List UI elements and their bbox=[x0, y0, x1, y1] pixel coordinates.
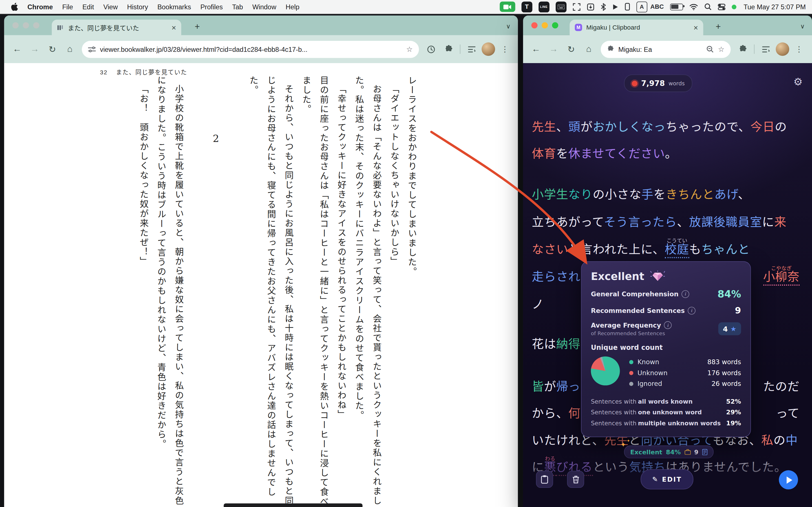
forward-button[interactable]: → bbox=[27, 41, 43, 57]
average-frequency-row: Average Frequency i of Recommended Sente… bbox=[591, 321, 741, 336]
site-settings-icon[interactable] bbox=[88, 46, 96, 53]
input-source-icon[interactable]: A bbox=[637, 1, 647, 12]
info-icon[interactable]: i bbox=[688, 306, 696, 314]
stat-strong: all words known bbox=[638, 398, 693, 405]
clock-extension-icon[interactable] bbox=[423, 41, 439, 57]
extensions-puzzle-icon[interactable] bbox=[735, 41, 750, 57]
menu-item-tab[interactable]: Tab bbox=[227, 3, 248, 11]
general-comprehension-label: General Comprehension bbox=[591, 290, 679, 298]
menu-app-name[interactable]: Chrome bbox=[23, 3, 57, 11]
now-playing-icon[interactable] bbox=[612, 3, 618, 10]
display-icon[interactable] bbox=[624, 3, 630, 11]
screen-record-icon[interactable] bbox=[500, 2, 515, 12]
extensions-puzzle-icon[interactable] bbox=[441, 41, 456, 57]
tab-list-chevron-icon[interactable]: ∨ bbox=[800, 23, 805, 30]
clipboard-text-line[interactable]: なさいと言われた上に、校庭こうていもちゃんと bbox=[532, 239, 800, 257]
legend-label: Known bbox=[638, 358, 659, 366]
dropbox-icon[interactable] bbox=[587, 3, 595, 11]
reload-button[interactable]: ↻ bbox=[45, 41, 60, 57]
menu-bar-status-icons: T LINE A ABC bbox=[500, 1, 806, 12]
tab-migaku[interactable]: M Migaku | Clipboard × bbox=[569, 20, 703, 35]
browser-menu-icon[interactable]: ⋮ bbox=[792, 41, 807, 57]
desktop: Chrome File Edit View History Bookmarks … bbox=[0, 0, 812, 507]
stat-value: 52% bbox=[726, 398, 741, 405]
back-button[interactable]: ← bbox=[9, 41, 25, 57]
close-tab-icon[interactable]: × bbox=[694, 24, 698, 32]
minimize-window-button[interactable] bbox=[23, 22, 29, 29]
tab-list-chevron-icon[interactable]: ∨ bbox=[506, 23, 511, 30]
back-button[interactable]: ← bbox=[528, 41, 544, 57]
extension-page-icon bbox=[607, 46, 614, 53]
recording-indicator-dot bbox=[732, 4, 737, 9]
bookmark-star-icon[interactable]: ☆ bbox=[718, 45, 725, 53]
bluetooth-icon[interactable] bbox=[601, 3, 606, 11]
address-bar[interactable]: Migaku: Ea ☆ bbox=[601, 41, 731, 58]
viewer-favicon bbox=[57, 24, 64, 31]
maximize-window-button[interactable] bbox=[33, 22, 40, 29]
edit-button[interactable]: ✎ EDIT bbox=[641, 469, 693, 490]
menu-item-history[interactable]: History bbox=[122, 3, 153, 11]
url-text: Migaku: Ea bbox=[618, 45, 702, 53]
reading-list-icon[interactable] bbox=[758, 41, 774, 57]
home-button[interactable]: ⌂ bbox=[62, 41, 78, 57]
browser-menu-icon[interactable]: ⋮ bbox=[497, 41, 513, 57]
play-button[interactable] bbox=[779, 470, 798, 490]
delete-button[interactable] bbox=[567, 471, 584, 488]
close-window-button[interactable] bbox=[531, 22, 538, 29]
minimize-window-button[interactable] bbox=[542, 22, 548, 29]
menu-item-bookmarks[interactable]: Bookmarks bbox=[153, 3, 196, 11]
recommended-sentences-row: Recommended Sentences i 9 bbox=[591, 305, 741, 316]
reading-list-icon[interactable] bbox=[464, 41, 479, 57]
profile-avatar[interactable] bbox=[481, 43, 495, 56]
average-frequency-sub: of Recommended Sentences bbox=[591, 331, 672, 336]
spotlight-search-icon[interactable] bbox=[704, 3, 712, 10]
reload-button[interactable]: ↻ bbox=[563, 41, 579, 57]
address-bar[interactable]: viewer.bookwalker.jp/03/28/viewer.html?c… bbox=[82, 41, 419, 58]
bookmark-star-icon[interactable]: ☆ bbox=[406, 45, 413, 53]
keyboard-app-icon[interactable] bbox=[555, 1, 566, 12]
clipboard-text-line[interactable]: 先生、頭がおかしくなっちゃったので、今日の bbox=[532, 117, 800, 134]
menu-item-view[interactable]: View bbox=[99, 3, 122, 11]
line-app-icon[interactable]: LINE bbox=[539, 1, 550, 12]
info-icon[interactable]: i bbox=[664, 321, 672, 329]
home-button[interactable]: ⌂ bbox=[581, 41, 597, 57]
new-tab-button[interactable]: + bbox=[195, 22, 200, 31]
zoom-icon[interactable] bbox=[707, 46, 714, 53]
menu-bar-clock[interactable]: Tue May 27 5:07 PM bbox=[743, 3, 806, 11]
expand-arrows-icon[interactable] bbox=[573, 3, 580, 11]
paste-clipboard-button[interactable] bbox=[536, 471, 553, 488]
stat-strong: multiple unknown words bbox=[638, 419, 721, 427]
menu-item-window[interactable]: Window bbox=[248, 3, 281, 11]
clipboard-text-line[interactable]: 体育を休ませてください。 bbox=[532, 144, 800, 161]
menu-bar-left: Chrome File Edit View History Bookmarks … bbox=[6, 3, 304, 11]
maximize-window-button[interactable] bbox=[552, 22, 558, 29]
wifi-icon[interactable] bbox=[689, 3, 698, 10]
new-tab-button[interactable]: + bbox=[716, 22, 721, 31]
close-tab-icon[interactable]: × bbox=[171, 24, 176, 32]
sentence-stat-row: Sentences with multiple unknown words 19… bbox=[591, 417, 741, 429]
battery-icon[interactable] bbox=[670, 3, 683, 10]
info-icon[interactable]: i bbox=[682, 290, 690, 298]
tab-title: また、同じ夢を見ていた bbox=[68, 22, 167, 33]
vertical-book-text: レーライスをおかわりまでしてしまいました。 「ダイエットしなくちゃいけないかしら… bbox=[100, 75, 421, 507]
menu-item-edit[interactable]: Edit bbox=[78, 3, 99, 11]
menu-item-help[interactable]: Help bbox=[281, 3, 304, 11]
input-source-label[interactable]: ABC bbox=[651, 3, 664, 10]
profile-avatar[interactable] bbox=[776, 43, 789, 56]
control-center-icon[interactable] bbox=[718, 3, 725, 10]
menu-item-profiles[interactable]: Profiles bbox=[196, 3, 227, 11]
book-paragraph: レーライスをおかわりまでしてしまいました。 bbox=[403, 75, 420, 507]
right-tab-strip: M Migaku | Clipboard × + ∨ bbox=[523, 15, 812, 35]
tab-bookwalker[interactable]: また、同じ夢を見ていた × bbox=[52, 20, 181, 35]
apple-menu-icon[interactable] bbox=[6, 3, 23, 11]
close-window-button[interactable] bbox=[12, 22, 18, 29]
clipboard-text-line[interactable]: 立ちあがってそう言ったら、放課後職員室に来 bbox=[532, 212, 800, 230]
stat-label: Sentences with bbox=[591, 408, 637, 416]
clipboard-text-line[interactable]: 小学生なりの小さな手をきちんとあげ、 bbox=[532, 185, 800, 202]
reader-progress-bar[interactable] bbox=[223, 503, 362, 507]
forward-button[interactable]: → bbox=[546, 41, 561, 57]
t-app-icon[interactable]: T bbox=[521, 1, 532, 12]
recommended-sentences-label: Recommended Sentences bbox=[591, 306, 685, 314]
menu-item-file[interactable]: File bbox=[57, 3, 78, 11]
migaku-window: M Migaku | Clipboard × + ∨ ← → ↻ ⌂ Migak… bbox=[523, 15, 812, 507]
